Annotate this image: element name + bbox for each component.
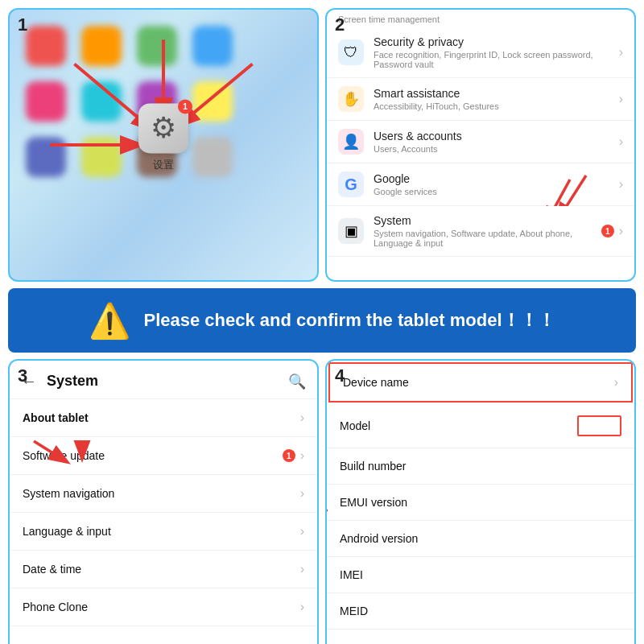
blur-icon-1	[26, 26, 66, 66]
blur-icon-10	[81, 137, 122, 177]
about-tablet-arrow: ›	[300, 411, 304, 425]
settings-badge: 1	[178, 99, 192, 114]
software-update-item[interactable]: Software update 1 ›	[10, 437, 317, 475]
language-item[interactable]: Language & input ›	[10, 513, 317, 551]
blur-icon-6	[81, 81, 122, 122]
warning-icon: ⚠️	[89, 301, 130, 341]
system-badge: 1	[601, 225, 614, 237]
model-label: Model	[340, 419, 577, 432]
android-label: Android version	[340, 532, 621, 545]
smart-text: Smart assistance Accessibility, HiTouch,…	[374, 87, 619, 111]
about-list: Device name › Model Build number EMUI ve…	[327, 362, 634, 630]
software-arrow: ›	[300, 448, 304, 463]
smart-title: Smart assistance	[374, 87, 619, 100]
emui-item[interactable]: EMUI version	[327, 485, 634, 521]
meid-item[interactable]: MEID	[327, 593, 634, 630]
imei-label: IMEI	[340, 568, 621, 581]
users-icon: 👤	[338, 129, 364, 155]
system-list: About tablet › Software update 1 ›	[10, 399, 317, 626]
phone-clone-label: Phone Clone	[23, 601, 300, 613]
main-grid: 1	[0, 0, 644, 644]
build-number-item[interactable]: Build number	[327, 448, 634, 485]
system-icon: ▣	[338, 218, 364, 244]
home-screen: ⚙ 1 设置	[10, 10, 317, 280]
panel-4-about: 4 Device name › Model Build number EMUI …	[325, 359, 636, 644]
security-arrow: ›	[619, 45, 623, 60]
system-text: System System navigation, Software updat…	[374, 214, 601, 248]
security-subtitle: Face recognition, Fingerprint ID, Lock s…	[374, 50, 619, 69]
settings-label: 设置	[153, 158, 174, 172]
build-number-label: Build number	[340, 460, 621, 473]
settings-users[interactable]: 👤 Users & accounts Users, Accounts ›	[327, 121, 634, 163]
device-name-item[interactable]: Device name ›	[328, 362, 633, 402]
smart-icon: ✋	[338, 86, 364, 112]
meid-label: MEID	[340, 605, 621, 617]
date-time-item[interactable]: Date & time ›	[10, 551, 317, 588]
language-label: Language & input	[23, 525, 300, 538]
system-header: ← System 🔍	[10, 361, 317, 399]
blur-icon-8	[192, 81, 233, 122]
users-subtitle: Users, Accounts	[374, 144, 619, 154]
system-panel-title: System	[47, 373, 288, 390]
smart-subtitle: Accessibility, HiTouch, Gestures	[374, 101, 619, 111]
settings-list: Screen time management 🛡 Security & priv…	[327, 10, 634, 257]
software-badge: 1	[283, 449, 295, 462]
model-item[interactable]: Model	[327, 404, 634, 448]
step-2-label: 2	[335, 14, 345, 35]
search-icon[interactable]: 🔍	[288, 373, 306, 390]
screen-time-label: Screen time management	[327, 10, 634, 27]
system-arrow: ›	[619, 224, 623, 238]
google-title: Google	[374, 172, 619, 185]
blur-icon-9	[26, 137, 66, 177]
blurred-icons	[26, 26, 237, 181]
settings-smart[interactable]: ✋ Smart assistance Accessibility, HiTouc…	[327, 78, 634, 121]
date-time-label: Date & time	[23, 563, 300, 576]
warning-banner: ⚠️ Please check and confirm the tablet m…	[8, 288, 636, 353]
users-text: Users & accounts Users, Accounts	[374, 130, 619, 154]
settings-google[interactable]: G Google Google services ›	[327, 163, 634, 206]
system-nav-label: System navigation	[23, 487, 300, 500]
system-subtitle: System navigation, Software update, Abou…	[374, 229, 601, 248]
system-nav-arrow: ›	[300, 486, 304, 501]
model-value-box	[577, 415, 621, 436]
users-arrow: ›	[619, 134, 623, 149]
settings-icon-wrap[interactable]: ⚙ 1 设置	[138, 103, 188, 172]
software-update-label: Software update	[23, 449, 283, 462]
panel-1-home: 1	[8, 8, 319, 282]
device-name-arrow: ›	[614, 375, 618, 390]
users-title: Users & accounts	[374, 130, 619, 142]
security-icon: 🛡	[338, 39, 364, 65]
language-arrow: ›	[300, 524, 304, 539]
device-name-label: Device name	[343, 376, 609, 389]
android-item[interactable]: Android version	[327, 521, 634, 557]
smart-arrow: ›	[619, 92, 623, 106]
google-icon: G	[338, 171, 364, 197]
settings-icon[interactable]: ⚙ 1	[138, 103, 188, 153]
blur-icon-3	[137, 26, 177, 66]
settings-security[interactable]: 🛡 Security & privacy Face recognition, F…	[327, 27, 634, 78]
security-title: Security & privacy	[374, 35, 619, 48]
about-tablet-item[interactable]: About tablet ›	[10, 399, 317, 437]
date-time-arrow: ›	[300, 562, 304, 576]
panel3-to-4-arrow	[316, 499, 319, 525]
phone-clone-item[interactable]: Phone Clone ›	[10, 588, 317, 626]
system-nav-item[interactable]: System navigation ›	[10, 475, 317, 513]
imei-item[interactable]: IMEI	[327, 557, 634, 593]
about-tablet-label: About tablet	[23, 411, 300, 424]
warning-text: Please check and confirm the tablet mode…	[143, 308, 555, 332]
panel4-entry-arrow	[325, 499, 328, 525]
step-3-label: 3	[18, 365, 27, 386]
settings-system[interactable]: ▣ System System navigation, Software upd…	[327, 206, 634, 257]
emui-label: EMUI version	[340, 496, 621, 509]
blur-icon-4	[192, 26, 233, 66]
panel-2-settings: 2 Screen time management 🛡 Security & pr…	[325, 8, 636, 282]
blur-icon-12	[192, 137, 233, 177]
google-text: Google Google services	[374, 172, 619, 196]
blur-icon-5	[26, 81, 66, 122]
phone-clone-arrow: ›	[300, 600, 304, 614]
step-1-label: 1	[18, 14, 27, 35]
panel-3-system: 3 ← System 🔍 About tablet › Software upd…	[8, 359, 319, 644]
gear-icon: ⚙	[151, 111, 176, 145]
blur-icon-2	[81, 26, 122, 66]
security-text: Security & privacy Face recognition, Fin…	[374, 35, 619, 69]
